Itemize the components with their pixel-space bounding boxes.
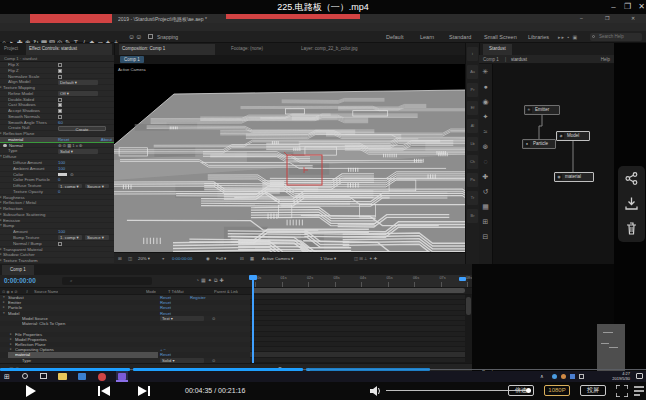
camera-dropdown[interactable]: Active Camera ▾ bbox=[262, 253, 294, 264]
work-area-bar[interactable] bbox=[252, 288, 465, 293]
tray-icon-2[interactable] bbox=[561, 374, 566, 379]
seek-bar[interactable] bbox=[0, 368, 646, 372]
fullscreen-icon[interactable] bbox=[616, 385, 628, 397]
checkbox-unchecked[interactable] bbox=[58, 242, 62, 246]
texture-source-dropdown[interactable]: Source ▾ bbox=[85, 235, 109, 240]
view-layout-dropdown[interactable]: 1 View ▾ bbox=[320, 253, 336, 264]
task-view-icon[interactable] bbox=[40, 373, 47, 379]
speed-button[interactable]: 倍速 bbox=[508, 385, 534, 396]
previous-button[interactable] bbox=[98, 386, 110, 396]
reset-link[interactable]: Reset bbox=[160, 352, 171, 357]
create-button[interactable]: Create bbox=[58, 126, 106, 131]
collapsed-panel-tab[interactable]: Au bbox=[467, 65, 478, 79]
row-dropdown[interactable]: Solid ▾ bbox=[160, 358, 204, 363]
collapsed-panels-strip[interactable]: iAuPrEfAlLbChPaTrBr bbox=[465, 43, 479, 264]
node-material[interactable]: ◉material bbox=[554, 172, 594, 182]
ae-close-button[interactable]: ✕ bbox=[631, 15, 635, 22]
ae-restore-button[interactable]: ❐ bbox=[605, 15, 609, 22]
node-particle[interactable]: ●Particle bbox=[522, 139, 556, 149]
notification-center-icon[interactable] bbox=[636, 373, 643, 379]
share-icon[interactable] bbox=[618, 166, 645, 191]
collapsed-panel-tab[interactable]: Tr bbox=[467, 191, 478, 205]
effect-row-texture-transform[interactable]: ▸Texture Transform bbox=[0, 258, 114, 264]
timeline-ruler[interactable]: :00s01s02s03s04s05s06s07s08s bbox=[252, 275, 468, 287]
next-button[interactable] bbox=[138, 386, 150, 396]
maximize-button[interactable]: ❐ bbox=[622, 2, 633, 12]
timeline-scrollbar[interactable] bbox=[465, 295, 472, 363]
workspace-default[interactable]: Default bbox=[386, 31, 403, 43]
collapsed-panel-tab[interactable]: Ef bbox=[467, 101, 478, 115]
tray-icon-1[interactable] bbox=[552, 374, 557, 379]
comp-subtab[interactable]: Comp 1 bbox=[120, 56, 144, 63]
collapsed-panel-tab[interactable]: i bbox=[467, 47, 478, 61]
play-button[interactable] bbox=[26, 385, 36, 397]
node-emitter[interactable]: ✳Emitter bbox=[524, 105, 560, 115]
workspace-small-screen[interactable]: Small Screen bbox=[484, 31, 517, 43]
work-area-end-handle[interactable] bbox=[459, 277, 466, 281]
parent-pickwhip-icon[interactable]: ⊙ bbox=[212, 316, 216, 321]
texture-layer-dropdown[interactable]: 1. comp ▾ bbox=[58, 184, 82, 189]
blue-app-icon[interactable] bbox=[78, 373, 86, 380]
checkbox-unchecked[interactable] bbox=[58, 115, 62, 119]
tab-composition[interactable]: Composition: Comp 1 bbox=[119, 44, 215, 55]
stardust-node-graph[interactable]: ✳●◉✦≈⊛◌✚↺▦⊞⊟ ✳Emitter●Particle◈Model◉mat… bbox=[479, 64, 614, 264]
help-search-input[interactable]: Search Help bbox=[590, 33, 642, 41]
tray-volume-icon[interactable] bbox=[579, 374, 584, 379]
search-icon[interactable] bbox=[22, 373, 28, 379]
workspace-learn[interactable]: Learn bbox=[420, 31, 434, 43]
volume-slider[interactable] bbox=[386, 390, 528, 391]
timeline-option-icons[interactable]: ◔▦✦⧉✚ bbox=[196, 277, 226, 284]
align-tools-icons[interactable]: ☺☺ bbox=[128, 31, 142, 43]
texture-source-dropdown[interactable]: Source ▾ bbox=[85, 184, 109, 189]
checkbox-checked[interactable] bbox=[58, 109, 62, 113]
composition-viewport[interactable]: Active Camera bbox=[114, 64, 465, 252]
transparency-grid-icon[interactable]: ⊡ bbox=[240, 253, 244, 264]
snapshot-icon[interactable]: ◫ bbox=[128, 253, 132, 264]
checkbox-unchecked[interactable] bbox=[58, 98, 62, 102]
viewport-timecode[interactable]: 0:00:00:00 bbox=[172, 253, 192, 264]
checkbox-checked[interactable] bbox=[58, 103, 62, 107]
color-swatch[interactable] bbox=[58, 173, 67, 177]
node-model[interactable]: ◈Model bbox=[556, 131, 590, 141]
checkbox-unchecked[interactable] bbox=[58, 63, 62, 67]
red-app-icon[interactable] bbox=[98, 373, 106, 381]
download-icon[interactable] bbox=[618, 191, 645, 216]
dropdown[interactable]: Default ▾ bbox=[58, 80, 98, 85]
timeline-timecode[interactable]: 0:00:00:00 bbox=[4, 276, 36, 286]
grid-options-icon[interactable]: ⊞ bbox=[118, 253, 122, 264]
tray-chevron-icon[interactable]: ∧ bbox=[540, 373, 544, 379]
texture-layer-dropdown[interactable]: 1. comp ▾ bbox=[58, 235, 82, 240]
collapsed-panel-tab[interactable]: Lb bbox=[467, 137, 478, 151]
quality-button[interactable]: 1080P bbox=[544, 385, 570, 396]
dropdown[interactable]: Solid ▾ bbox=[58, 149, 98, 154]
file-explorer-icon[interactable] bbox=[58, 373, 67, 380]
playlist-icon[interactable] bbox=[634, 386, 644, 396]
collapsed-panel-tab[interactable]: Al bbox=[467, 119, 478, 133]
timeline-search-input[interactable]: ⌕ bbox=[62, 277, 152, 285]
register-link[interactable]: Register bbox=[190, 295, 206, 300]
tab-effect-controls[interactable]: Effect Controls: stardust bbox=[26, 44, 112, 55]
playhead-handle[interactable] bbox=[249, 275, 257, 280]
delete-icon[interactable] bbox=[618, 216, 645, 241]
collapsed-panel-tab[interactable]: Ch bbox=[467, 155, 478, 169]
tab-project[interactable]: Project bbox=[4, 45, 18, 53]
ae-minimize-button[interactable]: – bbox=[580, 15, 583, 22]
tab-footage[interactable]: Footage: (none) bbox=[231, 45, 263, 53]
tab-stardust[interactable]: Stardust bbox=[483, 44, 512, 55]
start-button-icon[interactable]: ⊞ bbox=[4, 372, 10, 381]
checkbox-checked[interactable] bbox=[58, 69, 62, 73]
reset-link[interactable]: Reset bbox=[160, 311, 171, 316]
dropdown[interactable]: Off ▾ bbox=[58, 91, 98, 96]
taskbar-clock[interactable]: 4:27 2019/5/30 bbox=[592, 371, 630, 382]
tab-layer[interactable]: Layer: comp_22_b_color.jpg bbox=[301, 45, 421, 53]
parent-pickwhip-icon[interactable]: ⊙ bbox=[212, 358, 216, 363]
checkbox-unchecked[interactable] bbox=[58, 75, 62, 79]
minimize-button[interactable]: – bbox=[608, 2, 619, 12]
active-app-highlight[interactable] bbox=[116, 371, 128, 382]
close-button[interactable]: ✕ bbox=[636, 2, 646, 12]
collapsed-panel-tab[interactable]: Pr bbox=[467, 83, 478, 97]
row-dropdown[interactable]: Text ▾ bbox=[160, 316, 204, 321]
workspace-extra-icons[interactable]: ▸▸ ▪ ▣ bbox=[558, 31, 578, 43]
zoom-level-dropdown[interactable]: 20% ▾ bbox=[138, 253, 150, 264]
tray-shield-icon[interactable] bbox=[570, 374, 575, 379]
